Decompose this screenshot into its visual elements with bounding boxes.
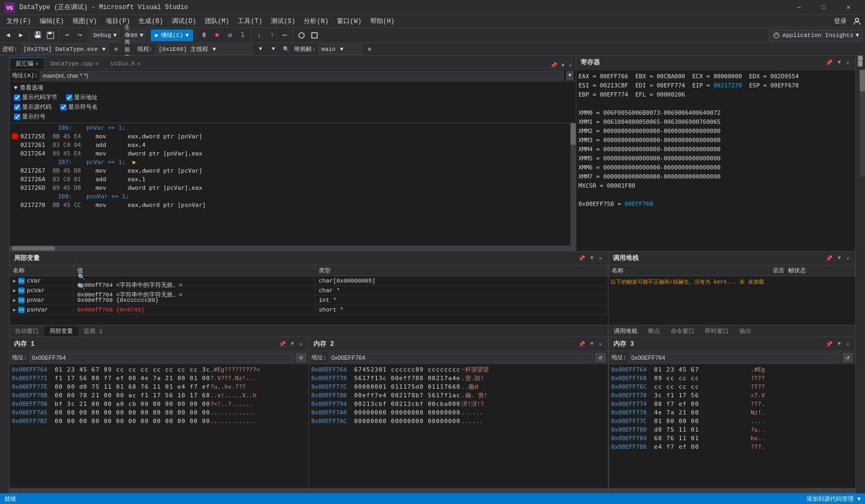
locals-auto-btn[interactable]: ▼: [589, 255, 595, 262]
disasm-scrollbar-thumb[interactable]: [570, 123, 576, 145]
toolbar-save-all[interactable]: [45, 29, 56, 41]
memory3-close-btn[interactable]: ✕: [845, 340, 851, 348]
disasm-0217270[interactable]: 0217270 8B 45 CC mov eax,dword ptr [psnV…: [10, 201, 570, 209]
expand-pcvar-icon[interactable]: ▶: [13, 287, 16, 294]
locals-row-pnvar[interactable]: ▶ Co pnVar 0x00eff768 {0xcccccc89} int *: [10, 295, 608, 305]
menu-file[interactable]: 文件(F): [2, 16, 35, 27]
callstack-auto-btn[interactable]: ▼: [836, 255, 842, 262]
memory3-auto-btn[interactable]: ▼: [836, 340, 842, 348]
output-tab[interactable]: 输出: [734, 326, 757, 336]
filter-icon[interactable]: ▼: [255, 45, 265, 54]
toolbar-diagnostics[interactable]: [309, 29, 320, 41]
show-code-bytes-check[interactable]: 显示代码字节: [14, 93, 57, 101]
view-options-header[interactable]: ▼ 查看选项: [14, 84, 571, 92]
process-settings-icon[interactable]: ⚙: [112, 45, 121, 54]
menu-team[interactable]: 团队(M): [201, 16, 234, 27]
memory2-auto-btn[interactable]: ▼: [589, 340, 595, 348]
disasm-scrollbar[interactable]: [570, 123, 576, 246]
show-source-check[interactable]: 显示源代码: [14, 103, 52, 111]
immediate-window-tab[interactable]: 即时窗口: [700, 326, 734, 336]
close-disasm-tab[interactable]: ✕: [35, 61, 39, 67]
stack-settings-icon[interactable]: ⚙: [365, 45, 375, 54]
locals-close-btn[interactable]: ✕: [597, 255, 604, 262]
disasm-021726D[interactable]: 021726D 89 45 D8 mov dword ptr [pcVar],e…: [10, 183, 570, 192]
disasm-content[interactable]: 106: pnVar += 1; 021725E 8B 45 E4 mov ea…: [10, 123, 570, 246]
memory2-pin-btn[interactable]: 📌: [577, 340, 587, 348]
close-stdio-tab[interactable]: ✕: [137, 61, 141, 67]
menu-build[interactable]: 生成(B): [134, 16, 167, 27]
toolbar-redo[interactable]: ↪: [74, 29, 86, 41]
memory2-addr-input[interactable]: [329, 353, 593, 362]
address-dropdown-btn[interactable]: ▼: [566, 71, 574, 80]
tab-datatype-cpp[interactable]: DataType.cpp ✕: [45, 57, 104, 69]
close-button[interactable]: ✕: [836, 0, 861, 15]
menu-debug[interactable]: 调试(D): [167, 16, 201, 27]
locals-table[interactable]: 名称 值 类型 ▶ Co cVar 🔍 0x00eff764 <: [10, 265, 608, 325]
tab-disassembly[interactable]: 反汇编 ✕: [10, 57, 45, 69]
debug-config-dropdown[interactable]: Debug ▼: [91, 29, 120, 41]
locals-tab[interactable]: 局部变量: [44, 326, 78, 336]
lifetime-events-btn[interactable]: 生命周期事件 ▼: [124, 45, 134, 54]
memory1-close-btn[interactable]: ✕: [298, 340, 304, 348]
tab-stdio-h[interactable]: stdio.h ✕: [104, 57, 146, 69]
memory2-content[interactable]: 0x00EFF764 67452301 cccccc89 cccccccc ~杆…: [309, 364, 608, 488]
stack-dropdown[interactable]: main ▼: [319, 44, 362, 55]
menu-view[interactable]: 视图(V): [68, 16, 101, 27]
add-to-source-control[interactable]: 添加到源代码管理 ▼: [807, 495, 861, 503]
toolbar-step-back[interactable]: ⟵: [279, 29, 291, 41]
disasm-hscroll-thumb[interactable]: [12, 246, 55, 250]
memory3-addr-input[interactable]: [629, 353, 840, 362]
toolbar-breakpoint[interactable]: [296, 29, 307, 41]
memory1-hscroll[interactable]: [10, 488, 309, 493]
toolbar-restart[interactable]: ↺: [224, 29, 236, 41]
search-cvar-icon[interactable]: 🔍: [77, 272, 86, 281]
toolbar-back[interactable]: ◀: [2, 29, 14, 41]
auto-window-tab[interactable]: 自动窗口: [10, 326, 44, 336]
maximize-button[interactable]: □: [811, 0, 836, 15]
close-cpp-tab[interactable]: ✕: [95, 61, 98, 67]
disasm-0217267[interactable]: 0217267 8B 45 D8 mov eax,dword ptr [pcVa…: [10, 166, 570, 175]
minimize-button[interactable]: ─: [787, 0, 811, 15]
command-window-tab[interactable]: 命令窗口: [665, 326, 700, 336]
registers-content[interactable]: EAX = 00EFF766 EBX = 00CBA000 ECX = 0000…: [576, 70, 855, 251]
toolbar-step-into[interactable]: ↓: [253, 29, 265, 41]
breakpoints-tab[interactable]: 断点: [643, 326, 665, 336]
memory1-content[interactable]: 0x00EFF764 01 23 45 67 89 cc cc cc cc cc…: [10, 364, 309, 488]
expand-pnvar-icon[interactable]: ▶: [13, 297, 16, 303]
memory1-refresh-btn[interactable]: ↺: [296, 353, 306, 362]
perf-profiler-tab[interactable]: 性能探查器: [856, 63, 866, 68]
callstack-tab[interactable]: 调用堆栈: [609, 326, 643, 336]
toolbar-stop[interactable]: ■: [211, 29, 223, 41]
breakpoint-icon[interactable]: [12, 133, 18, 139]
continue-button[interactable]: ▶ 继续(C) ▼: [151, 29, 193, 41]
menu-help[interactable]: 帮助(H): [366, 16, 399, 27]
thread-dropdown[interactable]: [0x1E68] 主线程 ▼: [156, 44, 252, 55]
memory1-addr-input[interactable]: [30, 353, 294, 362]
locals-row-pcvar[interactable]: ▶ Co pcVar 🔍 0x00eff764 <字符串中的字符无效。> cha…: [10, 286, 608, 295]
float-panel-btn[interactable]: ▼: [560, 62, 566, 69]
menu-analyze[interactable]: 分析(N): [299, 16, 333, 27]
address-input[interactable]: [40, 71, 564, 80]
memory3-pin-btn[interactable]: 📌: [824, 340, 834, 348]
disasm-hscroll[interactable]: [10, 246, 576, 251]
memory2-refresh-btn[interactable]: ↺: [595, 353, 606, 362]
app-insights-button[interactable]: Application Insights ▼: [769, 29, 863, 41]
toolbar-pause[interactable]: ⏸: [198, 29, 210, 41]
account-icon[interactable]: [851, 16, 863, 27]
registers-close-btn[interactable]: ✕: [845, 59, 851, 66]
search-threads-icon[interactable]: 🔍: [281, 45, 291, 54]
expand-psnvar-icon[interactable]: ▶: [13, 307, 16, 313]
login-button[interactable]: 登录: [830, 16, 851, 27]
menu-window[interactable]: 窗口(W): [333, 16, 366, 27]
disasm-021726A[interactable]: 021726A 83 C0 01 add eax,1: [10, 175, 570, 183]
process-dropdown[interactable]: [0x2754] DataType.exe ▼: [21, 44, 108, 55]
show-symbols-check[interactable]: 显示符号名: [60, 103, 98, 111]
filter-icon2[interactable]: ▼: [268, 45, 278, 54]
disasm-021725E[interactable]: 021725E 8B 45 E4 mov eax,dword ptr [pnVa…: [10, 132, 570, 140]
toolbar-forward[interactable]: ▶: [15, 29, 27, 41]
locals-pin-btn[interactable]: 📌: [577, 255, 587, 262]
solution-explorer-tab[interactable]: 解决方案资源管理器: [0, 58, 10, 62]
toolbar-undo[interactable]: ↩: [61, 29, 73, 41]
registers-pin-btn[interactable]: 📌: [824, 59, 834, 66]
memory1-pin-btn[interactable]: 📌: [277, 340, 287, 348]
